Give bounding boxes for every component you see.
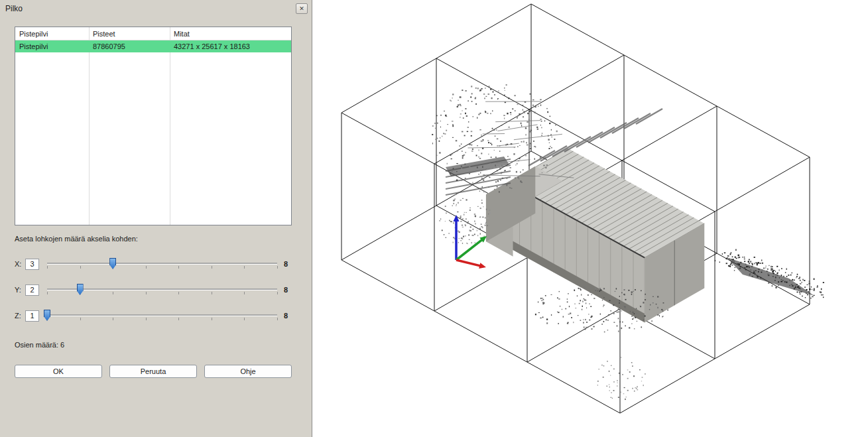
table-row[interactable]: Pistepilvi8786079543271 x 25617 x 18163	[15, 40, 291, 52]
app-window: Pilko ✕ PistepilviPisteetMitatPistepilvi…	[0, 0, 868, 437]
ok-button[interactable]: OK	[15, 365, 102, 378]
table-cell-2: 43271 x 25617 x 18163	[170, 40, 291, 52]
slider-tick	[80, 266, 81, 269]
slider-track-y[interactable]	[47, 283, 277, 296]
dialog-title: Pilko	[5, 4, 296, 13]
slider-tick	[113, 292, 113, 294]
slider-tick	[212, 318, 212, 320]
dialog-body: PistepilviPisteetMitatPistepilvi87860795…	[0, 17, 312, 437]
slider-track-line	[47, 263, 277, 264]
column-separator	[170, 27, 170, 225]
slider-tick	[178, 292, 179, 294]
close-button[interactable]: ✕	[296, 3, 308, 14]
column-header-1[interactable]: Pisteet	[89, 27, 170, 40]
slider-tick	[212, 292, 212, 294]
axis-label-z: Z:	[15, 312, 25, 320]
slider-row-y: Y:28	[15, 283, 292, 296]
slider-tick	[277, 266, 278, 269]
y-axis-arrow	[456, 236, 487, 260]
table-header: PistepilviPisteetMitat	[15, 27, 291, 40]
axis-label-y: Y:	[15, 286, 25, 294]
slider-tick	[212, 266, 212, 269]
slider-value-y[interactable]: 2	[25, 284, 39, 296]
slider-max-x: 8	[284, 260, 292, 268]
point-cloud-scene	[312, 0, 868, 437]
sliders-section-label: Aseta lohkojen määrä akselia kohden:	[15, 235, 292, 243]
slider-thumb-x[interactable]	[109, 258, 116, 269]
x-axis-arrow	[456, 260, 486, 269]
point-cloud-table: PistepilviPisteetMitatPistepilvi87860795…	[15, 27, 292, 225]
slider-value-z[interactable]: 1	[25, 310, 39, 322]
slider-tick	[277, 292, 278, 294]
slider-tick	[146, 292, 147, 294]
table-cell-0: Pistepilvi	[15, 40, 89, 52]
column-header-0[interactable]: Pistepilvi	[15, 27, 89, 40]
slider-tick	[244, 292, 245, 294]
column-header-2[interactable]: Mitat	[170, 27, 291, 40]
slider-tick	[80, 318, 81, 320]
pilko-dialog: Pilko ✕ PistepilviPisteetMitatPistepilvi…	[0, 0, 312, 437]
dialog-titlebar[interactable]: Pilko ✕	[0, 0, 312, 17]
slider-value-x[interactable]: 3	[25, 259, 39, 270]
slider-thumb-z[interactable]	[44, 310, 50, 321]
slider-track-x[interactable]	[47, 257, 277, 271]
slider-tick	[47, 266, 48, 269]
close-icon: ✕	[299, 5, 304, 12]
axis-sliders: X:38Y:28Z:18	[15, 257, 292, 322]
slider-tick	[146, 318, 147, 320]
cancel-button[interactable]: Peruuta	[109, 365, 197, 378]
slider-tick	[244, 318, 245, 320]
slider-thumb-y[interactable]	[77, 284, 84, 295]
viewport-3d[interactable]	[312, 0, 868, 437]
slider-tick	[244, 266, 245, 269]
orientation-axes-icon	[454, 215, 487, 269]
table-cell-1: 87860795	[89, 40, 170, 52]
slider-max-z: 8	[284, 312, 292, 320]
slider-tick	[277, 318, 278, 320]
slider-tick	[178, 266, 179, 269]
slider-tick	[113, 318, 113, 320]
slider-row-x: X:38	[15, 257, 292, 271]
axis-label-x: X:	[15, 260, 25, 268]
slider-tick	[146, 266, 147, 269]
slider-track-z[interactable]	[47, 309, 277, 322]
slider-max-y: 8	[284, 286, 292, 294]
slider-tick	[47, 292, 48, 294]
slider-tick	[178, 318, 179, 320]
column-separator	[89, 27, 90, 225]
help-button[interactable]: Ohje	[204, 365, 292, 378]
dialog-buttons: OKPeruutaOhje	[15, 365, 292, 378]
parts-count-label: Osien määrä: 6	[15, 341, 292, 349]
slider-track-line	[47, 314, 277, 316]
slider-row-z: Z:18	[15, 309, 292, 322]
